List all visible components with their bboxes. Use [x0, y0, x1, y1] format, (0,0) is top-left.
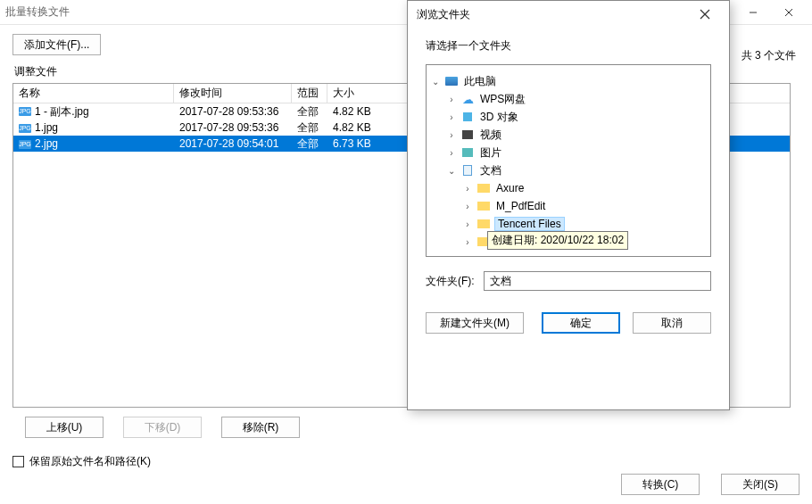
expand-icon[interactable]: ›	[462, 184, 473, 194]
dialog-title: 浏览文件夹	[417, 7, 690, 22]
tooltip: 创建日期: 2020/10/22 18:02	[487, 231, 628, 250]
jpg-icon: JPG	[19, 124, 31, 133]
minimize-button[interactable]	[735, 0, 771, 25]
tree-3d[interactable]: › 3D 对象	[430, 108, 707, 126]
picture-icon	[462, 148, 473, 157]
col-name[interactable]: 名称	[13, 84, 174, 103]
move-up-button[interactable]: 上移(U)	[25, 417, 104, 438]
folder-icon	[477, 202, 490, 211]
tree-label: Axure	[494, 182, 526, 194]
cube-icon	[463, 112, 472, 121]
col-mtime[interactable]: 修改时间	[174, 84, 292, 103]
folder-icon	[477, 219, 490, 228]
pc-icon	[445, 77, 458, 86]
tree-video[interactable]: › 视频	[430, 126, 707, 144]
convert-button[interactable]: 转换(C)	[621, 474, 700, 495]
new-folder-button[interactable]: 新建文件夹(M)	[426, 312, 524, 334]
expand-icon[interactable]: ›	[446, 148, 457, 158]
tree-axure[interactable]: › Axure	[430, 179, 707, 197]
close-button[interactable]	[771, 0, 807, 25]
tree-documents[interactable]: ⌄ 文档	[430, 161, 707, 179]
tree-tencent[interactable]: › Tencent Files	[430, 215, 707, 233]
remove-button[interactable]: 移除(R)	[221, 417, 300, 438]
cloud-icon: ☁	[460, 93, 475, 105]
col-scope[interactable]: 范围	[292, 84, 327, 103]
expand-icon[interactable]: ›	[462, 219, 473, 229]
tree-pictures[interactable]: › 图片	[430, 144, 707, 161]
file-count-label: 共 3 个文件	[742, 48, 796, 63]
folder-tree[interactable]: ⌄ 此电脑 › ☁ WPS网盘 › 3D 对象 › 视频 ›	[426, 64, 711, 257]
browse-folder-dialog: 浏览文件夹 请选择一个文件夹 ⌄ 此电脑 › ☁ WPS网盘 › 3D 对象	[407, 0, 730, 410]
tree-label: 3D 对象	[478, 110, 520, 125]
jpg-icon: JPG	[19, 140, 31, 149]
cancel-button[interactable]: 取消	[633, 312, 711, 334]
tree-label: M_PdfEdit	[494, 200, 547, 212]
add-files-label: 添加文件(F)...	[24, 37, 89, 53]
video-icon	[462, 130, 473, 139]
dialog-titlebar: 浏览文件夹	[408, 1, 729, 28]
expand-icon[interactable]: ›	[446, 95, 457, 104]
tree-label: 此电脑	[462, 74, 498, 89]
dialog-prompt: 请选择一个文件夹	[426, 38, 711, 54]
folder-field-label: 文件夹(F):	[426, 274, 475, 289]
keep-original-label: 保留原始文件名和路径(K)	[29, 454, 151, 469]
ok-button[interactable]: 确定	[542, 312, 620, 334]
close-window-button[interactable]: 关闭(S)	[721, 474, 800, 495]
tree-wps[interactable]: › ☁ WPS网盘	[430, 90, 707, 108]
jpg-icon: JPG	[19, 107, 31, 116]
collapse-icon[interactable]: ⌄	[446, 166, 457, 176]
expand-icon[interactable]: ›	[462, 202, 473, 211]
expand-icon[interactable]: ⌄	[430, 77, 441, 87]
expand-icon[interactable]: ›	[446, 130, 457, 140]
tree-label: 文档	[478, 163, 503, 178]
tree-mpdf[interactable]: › M_PdfEdit	[430, 197, 707, 215]
folder-icon	[477, 184, 490, 193]
add-files-button[interactable]: 添加文件(F)...	[12, 34, 101, 55]
tree-label: 图片	[478, 145, 503, 161]
tree-label: Tencent Files	[494, 217, 565, 231]
expand-icon[interactable]: ›	[446, 112, 457, 122]
folder-name-input[interactable]	[484, 271, 711, 291]
move-down-button: 下移(D)	[123, 417, 202, 438]
tree-root[interactable]: ⌄ 此电脑	[430, 72, 707, 90]
expand-icon[interactable]: ›	[462, 237, 473, 247]
keep-original-checkbox[interactable]	[12, 456, 24, 467]
tree-label: WPS网盘	[478, 92, 527, 107]
dialog-close-button[interactable]	[690, 4, 720, 24]
document-icon	[463, 165, 472, 176]
tree-label: 视频	[478, 128, 503, 143]
